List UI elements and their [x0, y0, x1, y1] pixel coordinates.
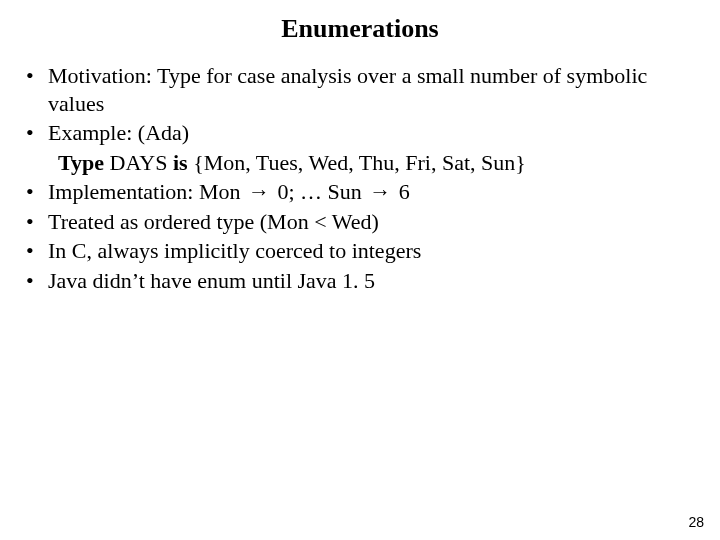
example-code-line: Type DAYS is {Mon, Tues, Wed, Thu, Fri, …: [20, 149, 700, 177]
bullet-ordered: Treated as ordered type (Mon < Wed): [20, 208, 700, 236]
arrow-icon: →: [367, 178, 393, 206]
bullet-c-coerce: In C, always implicitly coerced to integ…: [20, 237, 700, 265]
enum-values: {Mon, Tues, Wed, Thu, Fri, Sat, Sun}: [188, 150, 526, 175]
slide-body: Motivation: Type for case analysis over …: [0, 52, 720, 294]
type-name: DAYS: [104, 150, 173, 175]
keyword-type: Type: [58, 150, 104, 175]
slide-title: Enumerations: [0, 0, 720, 52]
bullet-java: Java didn’t have enum until Java 1. 5: [20, 267, 700, 295]
slide: Enumerations Motivation: Type for case a…: [0, 0, 720, 540]
bullet-implementation: Implementation: Mon → 0; … Sun → 6: [20, 178, 700, 206]
bullet-motivation: Motivation: Type for case analysis over …: [20, 62, 700, 117]
arrow-icon: →: [246, 178, 272, 206]
bullet-list: Motivation: Type for case analysis over …: [20, 62, 700, 147]
impl-text-mid: 0; … Sun: [272, 179, 367, 204]
page-number: 28: [688, 514, 704, 530]
impl-text-pre: Implementation: Mon: [48, 179, 246, 204]
impl-text-post: 6: [393, 179, 410, 204]
bullet-example: Example: (Ada): [20, 119, 700, 147]
bullet-list-cont: Implementation: Mon → 0; … Sun → 6 Treat…: [20, 178, 700, 294]
keyword-is: is: [173, 150, 188, 175]
